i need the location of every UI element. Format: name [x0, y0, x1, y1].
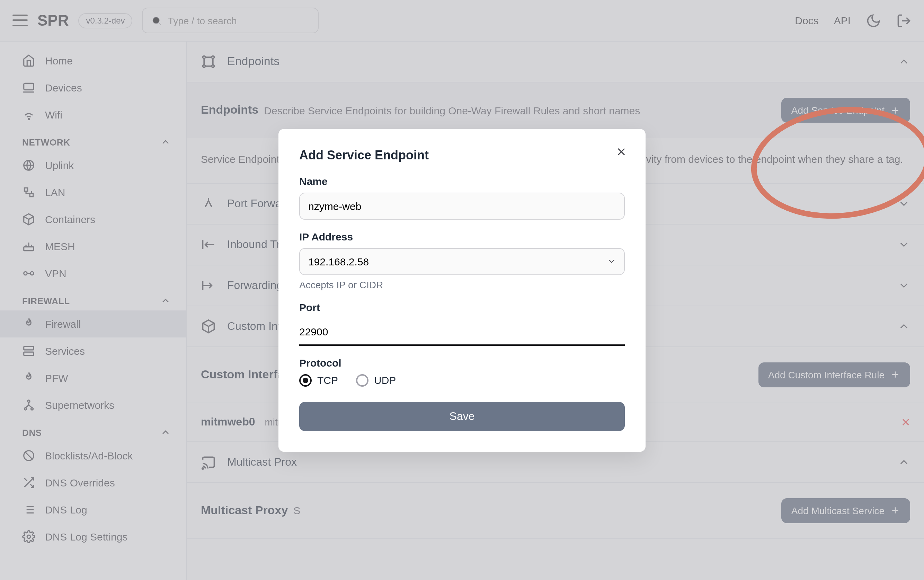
- protocol-udp-radio[interactable]: UDP: [356, 374, 396, 386]
- name-label: Name: [299, 175, 625, 187]
- protocol-label: Protocol: [299, 356, 625, 368]
- port-input[interactable]: [299, 318, 625, 346]
- name-input[interactable]: [299, 192, 625, 219]
- protocol-tcp-radio[interactable]: TCP: [299, 374, 338, 386]
- ip-hint: Accepts IP or CIDR: [299, 279, 625, 290]
- radio-dot-icon: [356, 374, 368, 386]
- ip-input[interactable]: [299, 248, 625, 275]
- add-service-endpoint-modal: Add Service Endpoint Name IP Address Acc…: [278, 129, 646, 451]
- radio-dot-icon: [299, 374, 312, 386]
- chevron-down-icon[interactable]: [607, 256, 617, 266]
- close-icon[interactable]: [615, 145, 628, 158]
- ip-label: IP Address: [299, 231, 625, 242]
- port-label: Port: [299, 301, 625, 313]
- save-button[interactable]: Save: [299, 402, 625, 431]
- modal-title: Add Service Endpoint: [299, 148, 625, 163]
